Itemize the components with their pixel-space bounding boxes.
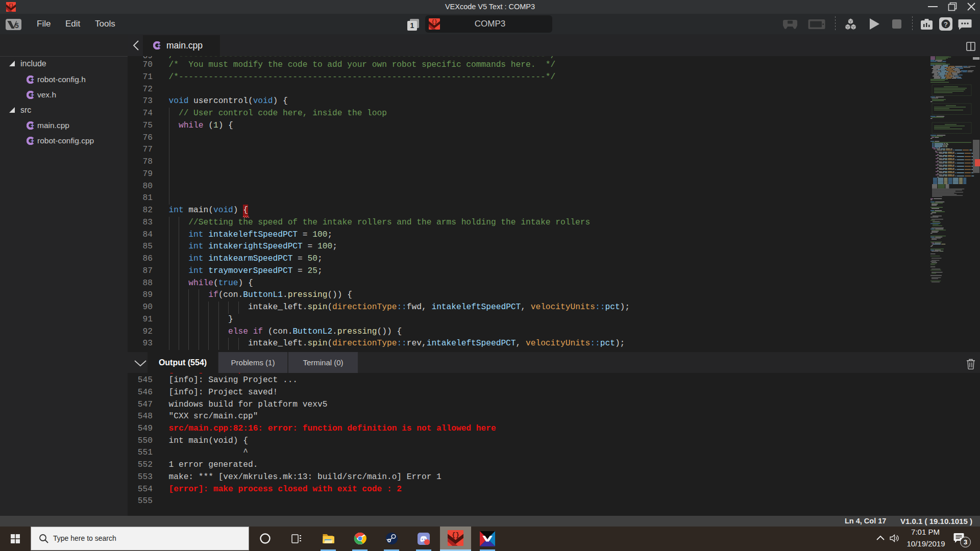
- svg-text:5: 5: [15, 21, 19, 30]
- svg-text:{}: {}: [432, 19, 437, 24]
- svg-text:?: ?: [944, 20, 948, 28]
- svg-text:{}: {}: [452, 532, 459, 539]
